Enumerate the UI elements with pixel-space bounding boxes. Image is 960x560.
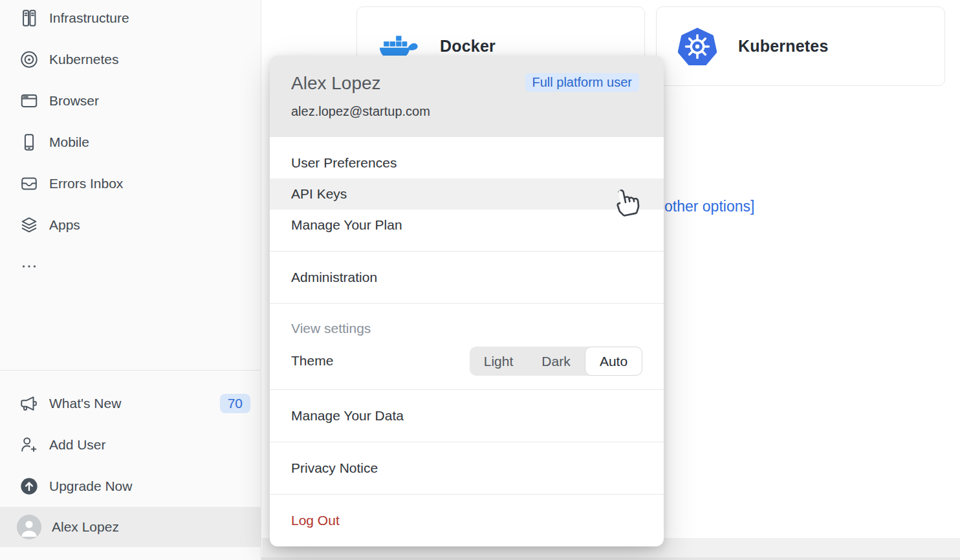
menu-item-user-preferences[interactable]: User Preferences bbox=[270, 147, 664, 178]
theme-option-dark[interactable]: Dark bbox=[527, 347, 585, 376]
user-menu-header: Alex Lopez alez.lopez@startup.com Full p… bbox=[270, 56, 664, 137]
sidebar-item-kubernetes[interactable]: Kubernetes bbox=[0, 39, 261, 80]
sidebar-item-infrastructure[interactable]: Infrastructure bbox=[0, 0, 261, 39]
menu-item-log-out[interactable]: Log Out bbox=[270, 505, 664, 536]
sidebar-item-upgrade-now[interactable]: Upgrade Now bbox=[0, 466, 261, 507]
sidebar-item-label: Errors Inbox bbox=[49, 176, 123, 191]
menu-item-manage-your-plan[interactable]: Manage Your Plan bbox=[270, 210, 664, 241]
sidebar-item-label: Alex Lopez bbox=[52, 519, 119, 535]
theme-option-auto[interactable]: Auto bbox=[585, 347, 642, 376]
card-label: Docker bbox=[440, 37, 496, 56]
theme-row: Theme Light Dark Auto bbox=[270, 343, 664, 379]
user-email: alez.lopez@startup.com bbox=[291, 104, 430, 119]
user-name: Alex Lopez bbox=[291, 73, 381, 94]
app-window: Docker Kubernetes other bbox=[0, 0, 960, 560]
sidebar-item-add-user[interactable]: Add User bbox=[0, 424, 261, 466]
sidebar-item-whats-new[interactable]: What's New 70 bbox=[0, 383, 261, 424]
menu-item-api-keys[interactable]: API Keys bbox=[270, 178, 664, 210]
menu-section-data: Manage Your Data bbox=[270, 389, 664, 442]
card-label: Kubernetes bbox=[738, 37, 829, 56]
infrastructure-icon bbox=[19, 8, 39, 28]
sidebar-item-errors-inbox[interactable]: Errors Inbox bbox=[0, 163, 261, 204]
sidebar: Infrastructure Kubernetes Brow bbox=[0, 0, 261, 560]
sidebar-item-apps[interactable]: Apps bbox=[0, 204, 261, 246]
sidebar-item-label: Apps bbox=[49, 217, 80, 233]
mouse-cursor bbox=[609, 186, 642, 219]
sidebar-item-label: Kubernetes bbox=[49, 52, 118, 67]
sidebar-footer-nav: What's New 70 Add User bbox=[0, 383, 261, 547]
menu-item-administration[interactable]: Administration bbox=[270, 262, 664, 293]
menu-section-logout: Log Out bbox=[270, 494, 664, 546]
upgrade-icon bbox=[19, 477, 39, 496]
menu-item-manage-your-data[interactable]: Manage Your Data bbox=[270, 400, 664, 431]
megaphone-icon bbox=[19, 394, 39, 413]
sidebar-nav: Infrastructure Kubernetes Brow bbox=[0, 0, 261, 287]
whats-new-badge: 70 bbox=[220, 394, 250, 413]
sidebar-item-label: Infrastructure bbox=[49, 10, 129, 26]
kubernetes-logo-icon bbox=[678, 28, 717, 65]
sidebar-item-more[interactable] bbox=[0, 246, 261, 287]
ellipsis-icon bbox=[19, 257, 39, 276]
sidebar-item-label: What's New bbox=[49, 396, 121, 411]
sidebar-divider bbox=[0, 370, 261, 371]
sidebar-item-browser[interactable]: Browser bbox=[0, 80, 261, 122]
theme-label: Theme bbox=[291, 353, 333, 369]
menu-section-view-settings: View settings Theme Light Dark Auto bbox=[270, 303, 664, 389]
menu-section-admin: Administration bbox=[270, 251, 664, 303]
view-settings-label: View settings bbox=[270, 314, 664, 343]
theme-toggle: Light Dark Auto bbox=[470, 347, 642, 376]
menu-item-privacy-notice[interactable]: Privacy Notice bbox=[270, 453, 664, 484]
sidebar-item-mobile[interactable]: Mobile bbox=[0, 122, 261, 163]
sidebar-item-label: Browser bbox=[49, 93, 99, 109]
theme-option-light[interactable]: Light bbox=[470, 347, 527, 376]
other-options-link[interactable]: other options] bbox=[664, 198, 754, 215]
sidebar-item-label: Mobile bbox=[49, 135, 89, 150]
sidebar-item-label: Upgrade Now bbox=[49, 479, 132, 494]
kubernetes-icon bbox=[19, 50, 39, 69]
avatar bbox=[17, 515, 41, 539]
add-user-icon bbox=[19, 435, 39, 455]
apps-icon bbox=[19, 215, 39, 235]
user-menu-dropdown: Alex Lopez alez.lopez@startup.com Full p… bbox=[270, 56, 664, 546]
menu-section-privacy: Privacy Notice bbox=[270, 442, 664, 494]
errors-inbox-icon bbox=[19, 174, 39, 193]
kubernetes-card[interactable]: Kubernetes bbox=[656, 6, 945, 86]
sidebar-item-current-user[interactable]: Alex Lopez bbox=[0, 507, 261, 547]
mobile-icon bbox=[19, 133, 39, 152]
browser-icon bbox=[19, 91, 39, 111]
menu-section-account: User Preferences API Keys Manage Your Pl… bbox=[270, 137, 664, 251]
sidebar-item-label: Add User bbox=[49, 437, 106, 453]
role-badge: Full platform user bbox=[525, 73, 640, 92]
